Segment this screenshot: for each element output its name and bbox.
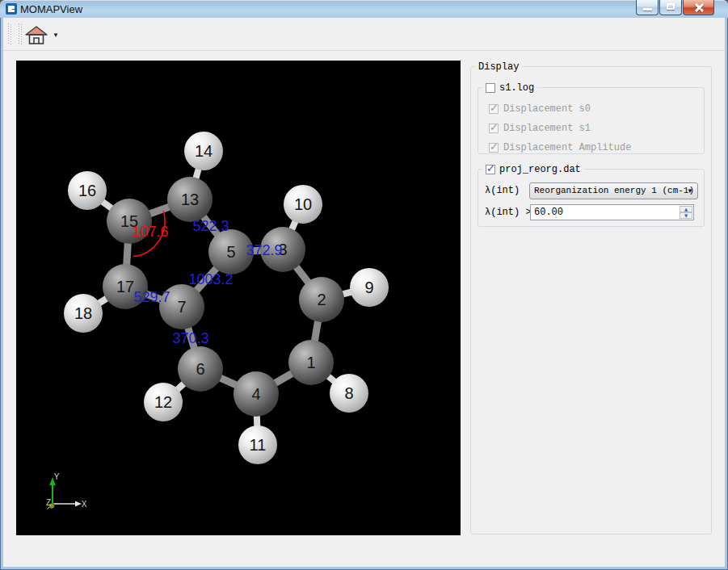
chevron-down-icon: ▼: [687, 183, 693, 199]
display-group-title: Display: [475, 61, 522, 73]
molecule-svg: 123456789101112131415161718522.3372.9100…: [16, 61, 461, 535]
displacement-s1-row: ✓ Displacement s1: [489, 123, 591, 134]
atom-number-label: 8: [344, 384, 353, 402]
close-button[interactable]: [683, 0, 714, 15]
s1log-legend: ✓ s1.log: [482, 82, 537, 94]
combobox-value: Reorganization energy 1 (cm-1): [534, 183, 694, 199]
s1log-label: s1.log: [499, 82, 534, 94]
bond-value-label: 522.3: [192, 218, 229, 234]
axis-indicator: YXZ: [46, 472, 87, 509]
maximize-button[interactable]: [659, 0, 682, 15]
check-icon: ✓: [486, 163, 495, 174]
atom-4[interactable]: 4: [234, 371, 279, 417]
toolbar: ▼: [3, 18, 725, 51]
check-icon: ✓: [490, 141, 499, 153]
atom-number-label: 18: [74, 304, 92, 322]
app-logo-icon: [6, 3, 17, 15]
proj-reorg-groupbox: ✓ proj_reorg.dat λ(int) Reorganization e…: [478, 169, 705, 227]
minimize-icon: [643, 8, 652, 10]
displacement-s1-label: Displacement s1: [503, 123, 591, 134]
atom-number-label: 12: [154, 393, 172, 411]
atom-14[interactable]: 14: [184, 132, 223, 170]
angle-value-label: 107.6: [132, 224, 168, 240]
close-icon: [694, 2, 704, 12]
spin-down-icon[interactable]: ▼: [680, 212, 692, 219]
home-dropdown-arrow-icon[interactable]: ▼: [50, 24, 61, 47]
atom-11[interactable]: 11: [238, 425, 277, 464]
bond-value-label: 372.9: [246, 242, 282, 258]
atom-number-label: 17: [116, 278, 134, 295]
s1log-checkbox[interactable]: ✓: [486, 83, 495, 93]
atom-number-label: 9: [364, 279, 373, 296]
spinner-buttons: ▲ ▼: [680, 206, 692, 219]
bond-value-label: 370.3: [172, 330, 208, 346]
atom-number-label: 13: [181, 191, 199, 208]
atom-10[interactable]: 10: [284, 185, 322, 224]
display-groupbox: Display ✓ s1.log ✓ Displacement s0: [470, 66, 712, 534]
displacement-s0-label: Displacement s0: [503, 103, 591, 115]
atom-18[interactable]: 18: [64, 294, 103, 333]
displacement-s1-checkbox: ✓: [489, 124, 499, 133]
displacement-amplitude-label: Displacement Amplitude: [503, 142, 631, 153]
molecule-viewport[interactable]: 123456789101112131415161718522.3372.9100…: [16, 61, 461, 535]
atom-number-label: 7: [177, 298, 186, 316]
displacement-amplitude-checkbox: ✓: [489, 143, 499, 153]
atom-9[interactable]: 9: [350, 268, 389, 307]
atom-number-label: 10: [294, 195, 312, 213]
home-icon: [24, 24, 48, 47]
s1log-groupbox: ✓ s1.log ✓ Displacement s0 ✓ Displacemen…: [478, 87, 705, 154]
axis-label: X: [82, 500, 87, 509]
client-area: ▼ 123456789101112131415161718522.3372.91…: [3, 18, 725, 567]
displacement-s0-row: ✓ Displacement s0: [489, 103, 591, 115]
threshold-spinbox[interactable]: 60.00 ▲ ▼: [530, 204, 694, 220]
atom-16[interactable]: 16: [68, 171, 107, 210]
proj-reorg-label: proj_reorg.dat: [499, 164, 581, 175]
spin-up-icon[interactable]: ▲: [680, 206, 692, 212]
bond-value-label: 1003.2: [188, 271, 233, 287]
atom-6[interactable]: 6: [178, 346, 223, 392]
axis-label: Z: [46, 498, 51, 507]
check-icon: ✓: [490, 103, 499, 114]
atom-number-label: 2: [317, 291, 326, 308]
displacement-amplitude-row: ✓ Displacement Amplitude: [489, 142, 631, 153]
atom-8[interactable]: 8: [330, 374, 368, 413]
lambda-int-label: λ(int): [485, 182, 520, 199]
proj-reorg-legend: ✓ proj_reorg.dat: [482, 163, 584, 175]
atom-2[interactable]: 2: [299, 277, 344, 322]
title-bar[interactable]: MOMAPView: [0, 0, 728, 18]
atom-number-label: 4: [251, 385, 260, 403]
atom-13[interactable]: 13: [167, 177, 213, 222]
atom-number-label: 1: [306, 354, 315, 371]
window-title: MOMAPView: [20, 3, 82, 15]
atom-number-label: 6: [196, 360, 204, 378]
lambda-threshold-label: λ(int) >: [485, 204, 532, 220]
proj-reorg-checkbox[interactable]: ✓: [486, 165, 495, 174]
atom-12[interactable]: 12: [144, 383, 183, 421]
atom-1[interactable]: 1: [288, 340, 334, 385]
axis-label: Y: [54, 472, 60, 481]
toolbar-grip-handle[interactable]: [8, 23, 11, 45]
check-icon: ✓: [490, 122, 499, 133]
spinbox-value: 60.00: [534, 205, 563, 220]
atom-number-label: 11: [250, 436, 267, 454]
reorganization-energy-combobox[interactable]: Reorganization energy 1 (cm-1) ▼: [529, 182, 698, 199]
displacement-s0-checkbox: ✓: [489, 104, 499, 114]
maximize-icon: [667, 3, 675, 10]
app-window: MOMAPView ▼ 123456789: [0, 0, 728, 570]
atom-number-label: 16: [78, 182, 96, 199]
bond-value-label: 529.7: [133, 289, 170, 305]
atom-number-label: 14: [195, 142, 213, 160]
home-button[interactable]: [24, 24, 50, 47]
atom-number-label: 5: [226, 243, 235, 261]
minimize-button[interactable]: [636, 0, 659, 15]
toolbar-grip-handle[interactable]: [19, 23, 22, 45]
